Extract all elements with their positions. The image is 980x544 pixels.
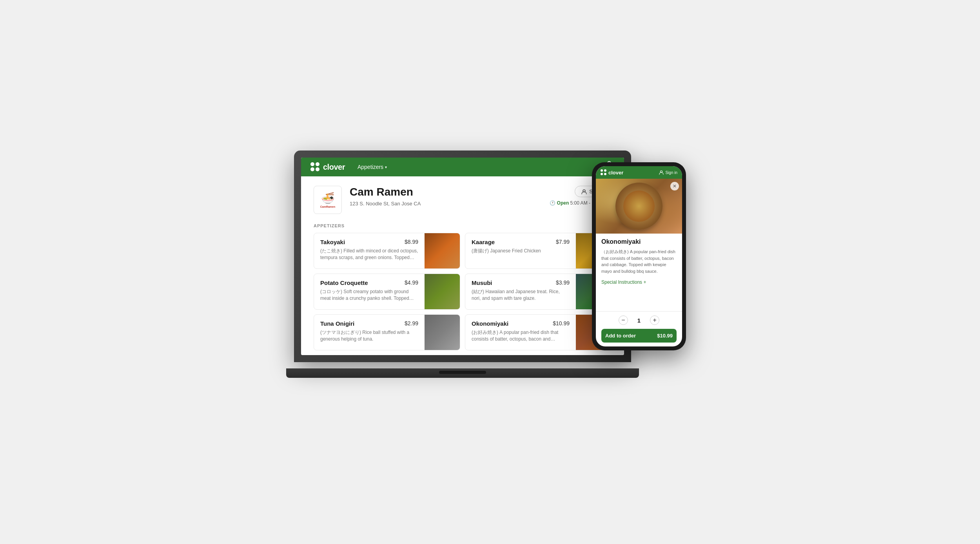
phone: clover Sign in ✕ Okonomiya xyxy=(592,162,686,350)
phone-logo-text: clover xyxy=(608,170,623,176)
item-image-onigiri xyxy=(425,315,460,350)
item-price: $10.99 xyxy=(553,320,570,326)
nav-appetizers[interactable]: Appetizers ▾ xyxy=(358,164,387,170)
add-to-order-price: $10.99 xyxy=(657,333,673,339)
restaurant-address: 123 S. Noodle St, San Jose CA xyxy=(350,201,421,207)
item-image-takoyaki xyxy=(425,233,460,268)
clover-leaf-1 xyxy=(310,162,314,166)
item-name: Takoyaki xyxy=(320,239,345,245)
laptop-screen: clover Appetizers ▾ xyxy=(301,158,624,355)
menu-item-takoyaki[interactable]: Takoyaki $8.99 (たこ焼き) Filled with minced… xyxy=(314,233,460,269)
item-price: $3.99 xyxy=(556,279,570,286)
phone-footer: − 1 + Add to order $10.99 xyxy=(596,311,682,346)
item-price: $4.99 xyxy=(405,279,418,286)
ramen-bowl-icon: 🍜 xyxy=(321,192,335,205)
restaurant-logo-brand: CamRamen xyxy=(320,205,336,208)
quantity-row: − 1 + xyxy=(601,316,677,325)
menu-item-kaarage[interactable]: Kaarage $7.99 (唐揚げ) Japanese Fried Chick… xyxy=(465,233,612,269)
phone-clover-icon xyxy=(601,169,607,176)
clover-icon xyxy=(310,162,320,172)
logo-text: clover xyxy=(323,163,345,172)
add-to-order-button[interactable]: Add to order $10.99 xyxy=(601,329,677,343)
menu-item-top: Tuna Onigiri $2.99 xyxy=(320,320,418,327)
item-desc: (コロッケ) Soft creamy potato with ground me… xyxy=(320,288,418,302)
restaurant-header: 🍜 CamRamen Cam Ramen 123 S. Noodle St, S… xyxy=(314,186,612,214)
menu-item-top: Potato Croquette $4.99 xyxy=(320,279,418,286)
menu-grid: Takoyaki $8.99 (たこ焼き) Filled with minced… xyxy=(314,233,612,350)
food-image-inner xyxy=(596,179,682,234)
clover-leaf-3 xyxy=(310,167,314,171)
special-instructions-link[interactable]: Special Instructions + xyxy=(601,279,646,285)
menu-item-musubi[interactable]: Musubi $3.99 (結び) Hawaiian and Japanese … xyxy=(465,274,612,310)
menu-item-top: Musubi $3.99 xyxy=(472,279,570,286)
item-name: Potato Croquette xyxy=(320,279,368,286)
user-icon xyxy=(581,189,587,194)
item-name: Tuna Onigiri xyxy=(320,320,354,327)
menu-item-info: Takoyaki $8.99 (たこ焼き) Filled with minced… xyxy=(314,233,425,268)
item-desc: (お好み焼き) A popular pan-fried dish that co… xyxy=(472,329,570,343)
menu-item-info: Tuna Onigiri $2.99 (ツナマヨおにぎり) Rice ball … xyxy=(314,315,425,350)
phone-leaf-3 xyxy=(601,173,603,175)
phone-logo-area: clover xyxy=(601,169,623,176)
menu-item-info: Potato Croquette $4.99 (コロッケ) Soft cream… xyxy=(314,274,425,309)
quantity-increase-button[interactable]: + xyxy=(650,316,659,325)
laptop: clover Appetizers ▾ xyxy=(294,151,631,378)
item-desc: (結び) Hawaiian and Japanese treat. Rice, … xyxy=(472,288,570,302)
scene: clover Appetizers ▾ xyxy=(294,151,686,393)
phone-leaf-4 xyxy=(604,173,606,175)
phone-user-icon xyxy=(659,170,664,175)
menu-item-okonomiyaki[interactable]: Okonomiyaki $10.99 (お好み焼き) A popular pan… xyxy=(465,314,612,350)
app-header: clover Appetizers ▾ xyxy=(301,158,624,176)
item-desc: (たこ焼き) Filled with minced or diced octop… xyxy=(320,248,418,261)
clover-leaf-2 xyxy=(316,162,319,166)
quantity-decrease-button[interactable]: − xyxy=(619,316,628,325)
item-image-croquette xyxy=(425,274,460,309)
phone-leaf-2 xyxy=(604,169,606,172)
phone-content: Okonomiyaki （お好み焼き) A popular pan-fried … xyxy=(596,234,682,311)
section-label: APPETIZERS xyxy=(314,223,612,228)
item-desc: (唐揚げ) Japanese Fried Chicken xyxy=(472,248,570,254)
item-name: Okonomiyaki xyxy=(472,320,508,327)
restaurant-logo: 🍜 CamRamen xyxy=(314,186,342,214)
logo-area: clover xyxy=(310,162,345,172)
laptop-base xyxy=(286,368,639,378)
phone-screen: clover Sign in ✕ Okonomiya xyxy=(596,166,682,346)
phone-leaf-1 xyxy=(601,169,603,172)
clover-leaf-4 xyxy=(316,167,319,171)
phone-header: clover Sign in xyxy=(596,166,682,179)
menu-item-info: Kaarage $7.99 (唐揚げ) Japanese Fried Chick… xyxy=(465,233,576,268)
item-name: Musubi xyxy=(472,279,492,286)
menu-item-top: Takoyaki $8.99 xyxy=(320,239,418,245)
menu-item-info: Musubi $3.99 (結び) Hawaiian and Japanese … xyxy=(465,274,576,309)
phone-sign-in-label: Sign in xyxy=(665,170,677,175)
open-label: Open xyxy=(557,200,569,206)
app-content: 🍜 CamRamen Cam Ramen 123 S. Noodle St, S… xyxy=(301,176,624,355)
item-price: $8.99 xyxy=(405,239,418,245)
nav-appetizers-label: Appetizers xyxy=(358,164,383,170)
restaurant-name: Cam Ramen xyxy=(350,186,421,198)
close-button[interactable]: ✕ xyxy=(670,182,679,190)
chevron-down-icon: ▾ xyxy=(385,165,387,169)
item-price: $2.99 xyxy=(405,320,418,326)
menu-item-tuna-onigiri[interactable]: Tuna Onigiri $2.99 (ツナマヨおにぎり) Rice ball … xyxy=(314,314,460,350)
menu-item-top: Kaarage $7.99 xyxy=(472,239,570,245)
quantity-value: 1 xyxy=(637,317,641,324)
item-name: Kaarage xyxy=(472,239,495,245)
menu-item-potato-croquette[interactable]: Potato Croquette $4.99 (コロッケ) Soft cream… xyxy=(314,274,460,310)
item-desc: (ツナマヨおにぎり) Rice ball stuffed with a gene… xyxy=(320,329,418,343)
add-to-order-label: Add to order xyxy=(605,333,636,339)
restaurant-info: Cam Ramen 123 S. Noodle St, San Jose CA xyxy=(350,186,421,207)
phone-item-desc: （お好み焼き) A popular pan-fried dish that co… xyxy=(601,248,677,274)
phone-sign-in-button[interactable]: Sign in xyxy=(659,170,677,175)
item-price: $7.99 xyxy=(556,239,570,245)
okonomiyaki-dish xyxy=(615,183,662,230)
phone-item-name: Okonomiyaki xyxy=(601,238,677,245)
phone-food-image: ✕ xyxy=(596,179,682,234)
menu-item-info: Okonomiyaki $10.99 (お好み焼き) A popular pan… xyxy=(465,315,576,350)
menu-item-top: Okonomiyaki $10.99 xyxy=(472,320,570,327)
laptop-body: clover Appetizers ▾ xyxy=(294,151,631,362)
